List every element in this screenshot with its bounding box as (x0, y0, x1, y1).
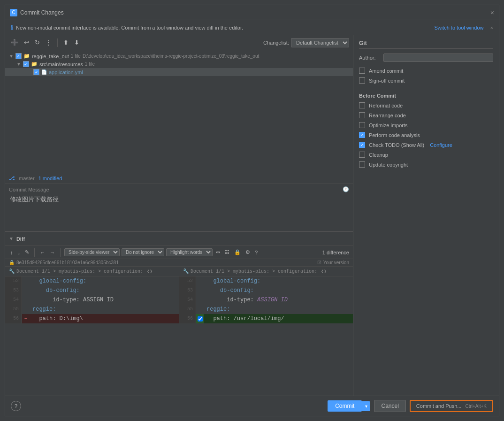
diff-left-nav-icon: 🔧 (9, 268, 15, 274)
tree-item-root[interactable]: ▼ 📁 reggie_take_out 1 file D:\develop\ed… (5, 52, 353, 60)
configure-link[interactable]: Configure (430, 142, 452, 148)
signoff-checkbox[interactable] (359, 77, 365, 84)
diff-highlight-select[interactable]: Highlight words (166, 248, 213, 256)
expand-button[interactable]: ⬇ (72, 38, 81, 47)
diff-right-line-54: 54 id-type: ASSIGN_ID (179, 295, 353, 305)
diff-viewer-select[interactable]: Side-by-side viewer (64, 248, 120, 256)
commit-message-section: Commit Message 🕐 修改图片下载路径 (5, 183, 353, 231)
diff-lock-button[interactable]: 🔒 (233, 249, 242, 256)
filename-app: application.yml (49, 69, 83, 75)
options-button[interactable]: ⋮ (44, 38, 53, 47)
commit-button[interactable]: Commit (328, 400, 362, 412)
commit-message-input[interactable]: 修改图片下载路径 (9, 194, 349, 227)
diff-left-nav-arrows: ❮❯ (147, 268, 153, 274)
perform-checkbox[interactable] (359, 132, 365, 138)
diff-expand-icon[interactable]: ▼ (9, 236, 14, 241)
diff-right-lines: 52 global-config: 53 db-config: 54 (179, 276, 353, 323)
file-icon-app: 📄 (41, 69, 47, 75)
reformat-checkbox[interactable] (359, 102, 365, 108)
fileinfo-root: 1 file (71, 54, 81, 59)
switch-to-tool-window-link[interactable]: Switch to tool window (434, 25, 483, 31)
diff-left-lines: 52 global-config: 53 db-config: 54 (5, 276, 179, 323)
close-button[interactable]: × (490, 9, 494, 16)
rearrange-checkbox[interactable] (359, 112, 365, 118)
reformat-row: Reformat code (359, 102, 493, 108)
copyright-checkbox[interactable] (359, 161, 365, 168)
diff-right-line-52: 52 global-config: (179, 276, 353, 286)
commit-dropdown-button[interactable]: ▾ (362, 401, 370, 411)
git-panel: Git Author: Amend commit Sign-off commit… (353, 35, 499, 396)
expand-icon-root: ▼ (9, 54, 14, 59)
diff-settings-button[interactable]: ⚙ (244, 249, 252, 256)
diff-checkbox-icon: ☑ (317, 260, 321, 265)
signoff-label: Sign-off commit (369, 78, 405, 84)
perform-row: Perform code analysis (359, 132, 493, 138)
todo-label: Check TODO (Show All) (369, 142, 424, 148)
collapse-button[interactable]: ⬆ (61, 38, 70, 47)
diff-left-line-54: 54 id-type: ASSIGN_ID (5, 295, 179, 305)
clock-icon: 🕐 (343, 186, 349, 192)
expand-icon-src: ▼ (16, 61, 21, 67)
window-title: Commit Changes (20, 9, 488, 16)
diff-section: ▼ Diff ↑ ↓ ✎ ← → Side-by-side viewer Do … (5, 231, 353, 396)
diff-left-button[interactable]: ← (38, 249, 46, 256)
diff-right-line-55: 55 reggie: (179, 305, 353, 314)
copyright-row: Update copyright (359, 161, 493, 168)
optimize-row: Optimize imports (359, 122, 493, 128)
diff-left-line-55: 55 reggie: (5, 305, 179, 314)
checkbox-root[interactable] (15, 53, 22, 59)
optimize-checkbox[interactable] (359, 122, 365, 128)
checkbox-app[interactable] (33, 69, 39, 75)
amend-label: Amend commit (369, 68, 403, 74)
checkbox-src[interactable]: ✓ (23, 61, 29, 67)
diff-hash: 8e315d94265dfce661b18103e1a6c99d305bc381 (16, 260, 119, 265)
cleanup-checkbox[interactable] (359, 152, 365, 158)
cancel-button[interactable]: Cancel (374, 400, 405, 412)
app-icon: C (10, 9, 17, 16)
changelist-select[interactable]: Default Changelist (291, 38, 349, 47)
diff-left-pane: 🔧 Document 1/1 > mybatis-plus: > configu… (5, 267, 179, 396)
diff-right-nav-arrows: ❮❯ (321, 268, 327, 274)
diff-up-button[interactable]: ↑ (9, 249, 15, 256)
modified-count[interactable]: 1 modified (38, 176, 62, 181)
diff-left-line-53: 53 db-config: (5, 286, 179, 295)
refresh-button[interactable]: ↻ (33, 38, 42, 47)
diff-title: Diff (16, 236, 25, 242)
undo-button[interactable]: ↩ (22, 38, 31, 47)
commit-and-push-button[interactable]: Commit and Push... Ctrl+Alt+K (410, 400, 493, 412)
diff-help-button[interactable]: ? (253, 249, 259, 256)
diff-down-button[interactable]: ↓ (16, 249, 22, 256)
filename-root: reggie_take_out (32, 54, 69, 59)
add-button[interactable]: ➕ (9, 38, 20, 47)
diff-edit-button[interactable]: ✎ (23, 249, 31, 256)
diff-left-line-52: 52 global-config: (5, 276, 179, 286)
git-panel-title: Git (359, 40, 493, 49)
diff-left-line-56: 56 − path: D:\img\ (5, 314, 179, 323)
filename-src: src\main\resources (39, 61, 83, 67)
todo-checkbox[interactable] (359, 142, 365, 148)
author-input[interactable] (383, 54, 493, 62)
diff-ignore-select[interactable]: Do not ignore (122, 248, 164, 256)
amend-commit-row: Amend commit (359, 68, 493, 74)
diff-right-nav-icon: 🔧 (183, 268, 189, 274)
diff-lock-icon: 🔒 (9, 260, 15, 265)
author-label: Author: (359, 55, 380, 61)
diff-sync-button[interactable]: ⇔ (214, 249, 221, 256)
info-text: New non-modal commit interface is availa… (16, 25, 243, 31)
help-button[interactable]: ? (11, 401, 21, 411)
changelist-label: Changelist: (263, 40, 289, 46)
info-close-button[interactable]: × (490, 25, 493, 31)
tree-item-src[interactable]: ▼ ✓ 📁 src\main\resources 1 file (5, 60, 353, 68)
footer: ? Commit ▾ Cancel Commit and Push... Ctr… (5, 396, 499, 416)
diff-columns-button[interactable]: ☷ (223, 249, 231, 256)
diff-count: 1 difference (322, 250, 349, 255)
commit-msg-label: Commit Message (9, 187, 49, 192)
tree-item-app[interactable]: ▶ 📄 application.yml (5, 68, 353, 76)
diff-right-checkbox-56[interactable] (198, 316, 203, 321)
amend-checkbox[interactable] (359, 68, 365, 74)
copyright-label: Update copyright (369, 162, 408, 168)
cleanup-label: Cleanup (369, 152, 388, 158)
diff-sep-2 (60, 248, 61, 257)
diff-right-button[interactable]: → (48, 249, 56, 256)
diff-right-path: Document 1/1 > mybatis-plus: > configura… (191, 269, 317, 274)
